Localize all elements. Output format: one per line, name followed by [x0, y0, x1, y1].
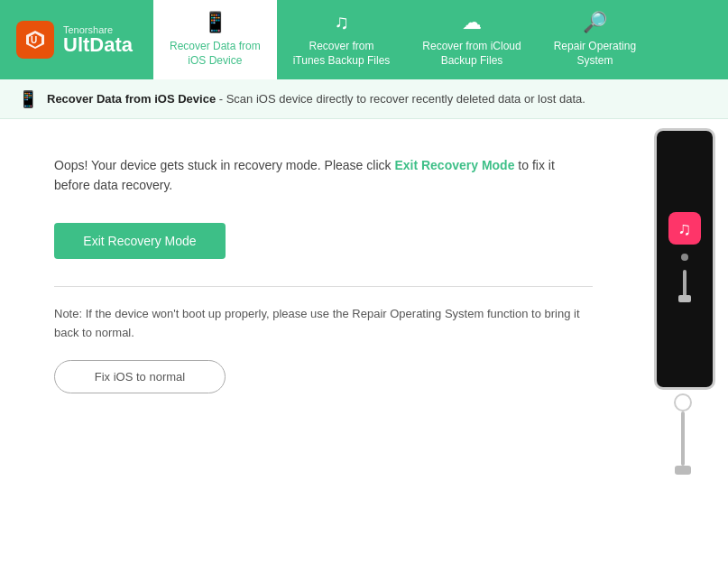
svg-rect-1	[683, 270, 687, 297]
product-name: UltData	[63, 35, 133, 55]
phone-indicator-dot	[681, 254, 688, 261]
exit-recovery-button[interactable]: Exit Recovery Mode	[54, 223, 226, 259]
logo-text: Tenorshare UltData	[63, 24, 133, 55]
phone-home-button	[674, 393, 692, 411]
repair-icon: 🔎	[583, 11, 607, 34]
usb-cable-icon	[676, 270, 694, 306]
usb-connector	[675, 466, 691, 475]
brand-name: Tenorshare	[63, 24, 133, 35]
phone-illustration-area: ♫	[638, 119, 728, 564]
usb-cable	[681, 411, 685, 466]
note-text: Note: If the device won't boot up proper…	[54, 305, 593, 343]
tab-repair[interactable]: 🔎 Repair OperatingSystem	[538, 0, 652, 79]
message-box: Oops! Your device gets stuck in recovery…	[54, 155, 593, 196]
ios-device-icon: 📱	[203, 11, 227, 34]
logo-area: U Tenorshare UltData	[0, 0, 153, 79]
app-logo-icon: U	[16, 21, 54, 59]
section-divider	[54, 286, 593, 287]
subheader-description: - Scan iOS device directly to recover re…	[216, 92, 585, 106]
app-header: U Tenorshare UltData 📱 Recover Data from…	[0, 0, 728, 79]
subheader-device-icon: 📱	[18, 89, 38, 109]
phone-illustration: ♫	[650, 128, 715, 564]
content-left: Oops! Your device gets stuck in recovery…	[0, 119, 638, 564]
tab-icloud-label: Recover from iCloudBackup Files	[422, 40, 521, 68]
tab-ios-device[interactable]: 📱 Recover Data fromiOS Device	[153, 0, 277, 79]
phone-screen: ♫	[657, 131, 713, 387]
subheader: 📱 Recover Data from iOS Device - Scan iO…	[0, 79, 728, 119]
tab-itunes[interactable]: ♫ Recover fromiTunes Backup Files	[277, 0, 407, 79]
svg-text:U: U	[31, 35, 37, 45]
exit-recovery-link[interactable]: Exit Recovery Mode	[394, 158, 514, 172]
tab-itunes-label: Recover fromiTunes Backup Files	[293, 40, 391, 68]
nav-tabs: 📱 Recover Data fromiOS Device ♫ Recover …	[153, 0, 728, 79]
svg-rect-2	[678, 295, 691, 302]
itunes-icon-nav: ♫	[334, 11, 349, 34]
phone-body: ♫	[654, 128, 715, 390]
icloud-icon: ☁	[462, 11, 482, 34]
tab-icloud[interactable]: ☁ Recover from iCloudBackup Files	[406, 0, 537, 79]
subheader-text: Recover Data from iOS Device - Scan iOS …	[47, 92, 585, 106]
itunes-recovery-icon: ♫	[668, 212, 701, 245]
message-before-link: Oops! Your device gets stuck in recovery…	[54, 158, 394, 172]
tab-repair-label: Repair OperatingSystem	[554, 40, 636, 68]
main-content: Oops! Your device gets stuck in recovery…	[0, 119, 728, 564]
subheader-title: Recover Data from iOS Device	[47, 92, 216, 106]
itunes-music-symbol: ♫	[678, 219, 692, 237]
tab-ios-device-label: Recover Data fromiOS Device	[170, 40, 261, 68]
fix-ios-button[interactable]: Fix iOS to normal	[54, 360, 226, 393]
